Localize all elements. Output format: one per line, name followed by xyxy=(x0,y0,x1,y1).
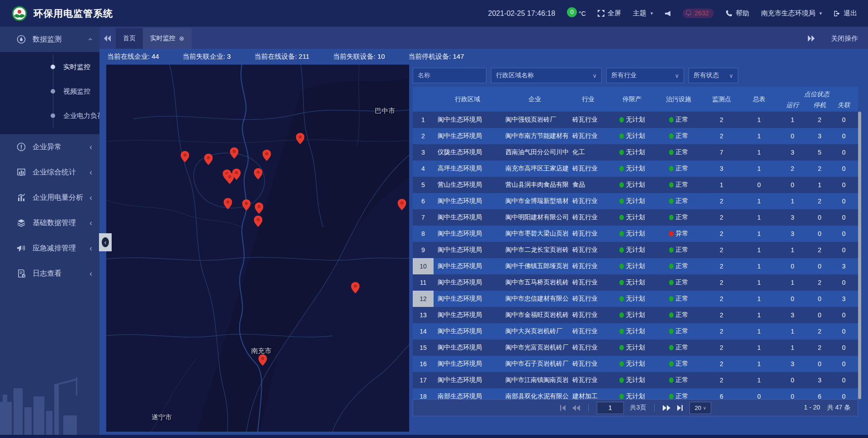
table-row[interactable]: 5营山生态环境局营山县润丰肉食品有限食品无计划正常10010 xyxy=(413,177,858,193)
sidebar-subitem[interactable]: 企业电力负荷明细 xyxy=(0,104,99,128)
tab-实时监控[interactable]: 实时监控⊗ xyxy=(143,28,192,49)
stop-plan-text: 无计划 xyxy=(626,327,645,335)
cell-running: 3 xyxy=(776,214,809,221)
cell-monitor-points: 2 xyxy=(701,328,742,335)
user-dropdown[interactable]: 南充市生态环境局 ▾ xyxy=(761,9,822,18)
map-pin-icon[interactable] xyxy=(225,173,234,184)
facility-status-text: 正常 xyxy=(676,262,689,270)
map-pin-icon[interactable] xyxy=(224,198,232,209)
map-pin-icon[interactable] xyxy=(254,216,262,227)
table-scrollbar[interactable] xyxy=(858,112,861,399)
table-row[interactable]: 11阆中生态环境局阆中市五马桥页岩机砖砖瓦行业无计划正常21120 xyxy=(413,274,858,291)
status-dot-icon xyxy=(669,215,674,220)
notifications-badge[interactable]: 2632 xyxy=(683,9,714,18)
tab-label: 实时监控 xyxy=(150,34,175,42)
last-page-button[interactable] xyxy=(677,405,683,411)
cell-region: 阆中生态环境局 xyxy=(434,295,501,303)
map-pin-icon[interactable] xyxy=(242,199,251,211)
stat-label: 当前失联设备: xyxy=(333,52,375,60)
cell-disconnected: 0 xyxy=(830,311,857,319)
table-row[interactable]: 15阆中生态环境局阆中市光富页岩机砖厂砖瓦行业无计划正常21120 xyxy=(413,339,858,356)
facility-status-text: 正常 xyxy=(676,344,689,352)
table-row[interactable]: 2阆中生态环境局阆中市南方节能建材有砖瓦行业无计划正常21030 xyxy=(413,128,858,144)
map-pin-icon[interactable] xyxy=(204,154,212,165)
cell-stopped: 0 xyxy=(809,311,830,319)
cell-total-meters: 1 xyxy=(742,377,776,384)
cell-monitor-points: 2 xyxy=(701,198,742,205)
map-pin-icon[interactable] xyxy=(230,147,238,159)
cell-stopped: 0 xyxy=(809,230,830,237)
sidebar-item-2[interactable]: 企业异常‹ xyxy=(0,134,99,160)
tab-label: 首页 xyxy=(123,34,136,42)
sidebar-subitem[interactable]: 视频监控 xyxy=(0,79,99,104)
name-search-input[interactable]: 名称 xyxy=(413,68,486,83)
sidebar-item-4[interactable]: 企业用电量分析‹ xyxy=(0,185,99,210)
tabs-scroll-right-button[interactable] xyxy=(803,28,819,49)
sidebar-subitem[interactable]: 实时监控 xyxy=(0,55,99,79)
tab-首页[interactable]: 首页 xyxy=(116,28,143,49)
facility-status-text: 正常 xyxy=(676,181,689,189)
map-pin-icon[interactable] xyxy=(259,354,267,366)
close-operations-button[interactable]: 关闭操作 xyxy=(831,34,858,43)
map-pin-icon[interactable] xyxy=(263,150,271,161)
table-row[interactable]: 13阆中生态环境局阆中市金福旺页岩机砖砖瓦行业无计划正常21300 xyxy=(413,307,858,323)
cell-running: 3 xyxy=(776,360,809,367)
cell-disconnected: 0 xyxy=(830,344,857,351)
help-button[interactable]: 帮助 xyxy=(726,9,749,18)
prev-page-button[interactable] xyxy=(572,405,580,411)
table-row[interactable]: 1阆中生态环境局阆中强锐页岩砖厂砖瓦行业无计划正常21120 xyxy=(413,112,858,128)
sidebar-item-5[interactable]: 基础数据管理‹ xyxy=(0,210,99,235)
stop-plan-text: 无计划 xyxy=(626,360,645,368)
map-collapse-button[interactable]: ‹ xyxy=(99,233,112,251)
cell-facility-status: 正常 xyxy=(656,116,701,124)
sidebar-item-1[interactable]: 数据监测‹ xyxy=(0,27,99,52)
stop-plan-text: 无计划 xyxy=(626,213,645,221)
region-select[interactable]: 行政区域名称 ∨ xyxy=(491,68,602,83)
cell-stopped: 0 xyxy=(809,263,830,270)
map-panel[interactable]: 巴中市南充市遂宁市 xyxy=(106,65,409,432)
app-title: 环保用电监管系统 xyxy=(33,7,113,20)
next-page-button[interactable] xyxy=(663,405,670,411)
sidebar-item-3[interactable]: 企业综合统计‹ xyxy=(0,160,99,185)
sidebar-item-6[interactable]: 应急减排管理‹ xyxy=(0,235,99,261)
table-row[interactable]: 14阆中生态环境局阆中大兴页岩机砖厂砖瓦行业无计划正常21120 xyxy=(413,323,858,339)
map-pin-icon[interactable] xyxy=(255,203,264,214)
map-city-label: 巴中市 xyxy=(375,107,395,115)
industry-select[interactable]: 所有行业 ∨ xyxy=(606,68,684,83)
map-pin-icon[interactable] xyxy=(351,282,360,293)
cell-stop-plan: 无计划 xyxy=(608,213,656,221)
map-pin-icon[interactable] xyxy=(296,133,304,144)
table-row[interactable]: 12阆中生态环境局阆中市忠信建材有限公砖瓦行业无计划正常21003 xyxy=(413,291,858,307)
map-pin-icon[interactable] xyxy=(397,199,406,210)
table-row[interactable]: 7阆中生态环境局阆中明阳建材有限公司砖瓦行业无计划正常21300 xyxy=(413,209,858,226)
table-row[interactable]: 3仪陇生态环境局西南油气田分公司川中化工无计划正常71350 xyxy=(413,144,858,160)
map-pin-icon[interactable] xyxy=(181,151,189,162)
table-row[interactable]: 18南部生态环境局南部县双化水泥有限公建材加工无计划正常60060 xyxy=(413,388,858,399)
cell-facility-status: 正常 xyxy=(656,132,701,140)
page-size-select[interactable]: 20 ∨ xyxy=(689,402,711,414)
table-row[interactable]: 10阆中生态环境局阆中千佛镇五郎垭页岩砖瓦行业无计划正常21003 xyxy=(413,258,858,274)
table-row[interactable]: 17阆中生态环境局阆中市江南镇阆南页岩砖瓦行业无计划正常21030 xyxy=(413,372,858,388)
tab-close-icon[interactable]: ⊗ xyxy=(179,35,184,42)
sound-button[interactable] xyxy=(665,10,671,17)
status-select[interactable]: 所有状态 ∨ xyxy=(689,68,738,83)
monitor-icon xyxy=(16,34,26,44)
table-row[interactable]: 9阆中生态环境局阆中市二龙长宝页岩砖砖瓦行业无计划正常21120 xyxy=(413,242,858,258)
map-pin-icon[interactable] xyxy=(254,168,262,179)
header-cell: 企业 xyxy=(501,87,568,112)
page-number-input[interactable]: 1 xyxy=(597,402,624,414)
cell-stop-plan: 无计划 xyxy=(608,148,656,156)
header-cell: 行业 xyxy=(568,87,608,112)
tabs-scroll-left-button[interactable] xyxy=(99,28,116,49)
table-row[interactable]: 6阆中生态环境局阆中市金博瑞新型墙材砖瓦行业无计划正常21120 xyxy=(413,193,858,209)
theme-dropdown[interactable]: 主题 ▾ xyxy=(633,9,653,18)
table-row[interactable]: 4高坪生态环境局南充市高坪区王家店建砖瓦行业无计划正常31220 xyxy=(413,160,858,177)
table-row[interactable]: 16阆中生态环境局阆中市石子页岩机砖厂砖瓦行业无计划正常21300 xyxy=(413,356,858,372)
cell-industry: 砖瓦行业 xyxy=(568,165,608,173)
facility-status-text: 正常 xyxy=(676,376,689,384)
first-page-button[interactable] xyxy=(560,405,566,411)
table-row[interactable]: 8阆中生态环境局阆中市枣碧大梁山页岩砖瓦行业无计划异常21300 xyxy=(413,226,858,242)
logout-button[interactable]: 退出 xyxy=(834,9,857,18)
fullscreen-button[interactable]: 全屏 xyxy=(598,9,621,18)
sidebar-item-7[interactable]: 日志查看‹ xyxy=(0,261,99,286)
